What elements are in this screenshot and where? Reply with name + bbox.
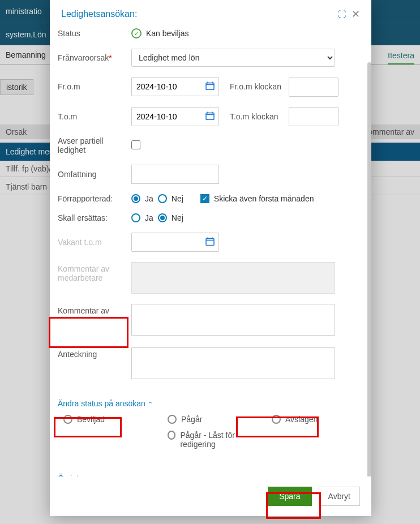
manager-comment-textarea[interactable] [131,304,335,336]
from-time-input[interactable] [289,78,338,97]
partial-leave-label: Avser partiell ledighet [58,136,131,154]
extent-input[interactable] [131,165,219,184]
modal-header: Ledighetsansökan: ⛶ ✕ [50,0,371,28]
to-date-input[interactable] [131,107,219,126]
send-first-month-label: Skicka även första månaden [214,194,314,203]
close-icon[interactable]: ✕ [352,9,360,19]
other-section-header[interactable]: Övrigt⌄ [57,466,365,476]
status-ongoing-label: Pågår [181,415,202,424]
modal-footer: Spara Avbryt [50,476,371,516]
no-label: Nej [172,194,183,203]
chevron-down-icon: ⌄ [81,475,86,476]
status-value: ✓ Kan beviljas [131,28,365,38]
prereported-label: Förrapporterad: [58,194,131,203]
status-locked-radio[interactable] [168,431,175,440]
status-text: Kan beviljas [146,29,189,38]
vacant-label: Vakant t.o.m [58,238,131,247]
status-ongoing-radio[interactable] [168,415,177,424]
status-approved-label: Beviljad [77,415,105,424]
replace-yes-radio[interactable] [131,213,140,222]
partial-leave-checkbox[interactable] [131,140,140,149]
vacant-date-input[interactable] [131,233,219,252]
save-button[interactable]: Spara [268,487,311,506]
replace-no-radio[interactable] [158,213,167,222]
employee-comment-label: Kommentar av medarbetare [58,262,131,282]
send-first-month-checkbox[interactable]: ✓ [200,194,209,203]
to-time-input[interactable] [289,107,338,126]
status-locked-label: Pågår - Låst för redigering [180,431,260,449]
scrollbar[interactable] [367,62,371,476]
replace-label: Skall ersättas: [58,213,131,222]
note-textarea[interactable] [131,347,335,379]
status-label: Status [58,29,131,38]
to-date-label: T.o.m [58,112,131,121]
change-status-header[interactable]: Ändra status på ansökan⌃ [57,391,365,415]
from-date-input[interactable] [131,77,219,96]
manager-comment-label: Kommentar av [58,304,131,315]
prereported-yes-radio[interactable] [131,194,140,203]
note-label: Anteckning [58,347,131,359]
expand-icon[interactable]: ⛶ [338,10,346,19]
no-label-2: Nej [172,213,183,222]
yes-label-2: Ja [145,213,153,222]
to-time-label: T.o.m klockan [230,112,286,121]
check-circle-icon: ✓ [131,28,142,38]
cancel-button[interactable]: Avbryt [319,487,360,506]
modal-body: Status ✓ Kan beviljas Frånvaroorsak* Led… [50,28,371,476]
status-rejected-radio[interactable] [272,415,281,424]
reason-label: Frånvaroorsak* [58,53,131,62]
status-rejected-label: Avslagen [285,415,318,424]
from-time-label: Fr.o.m klockan [230,82,286,91]
employee-comment-readonly [131,262,335,294]
chevron-up-icon: ⌃ [148,401,153,407]
prereported-no-radio[interactable] [158,194,167,203]
leave-request-modal: Ledighetsansökan: ⛶ ✕ Status ✓ Kan bevil… [50,0,371,516]
modal-title: Ledighetsansökan: [61,9,137,19]
from-date-label: Fr.o.m [58,82,131,91]
status-approved-radio[interactable] [63,415,72,424]
yes-label: Ja [145,194,153,203]
reason-select[interactable]: Ledighet med lön [131,49,335,67]
extent-label: Omfattning [58,170,131,179]
